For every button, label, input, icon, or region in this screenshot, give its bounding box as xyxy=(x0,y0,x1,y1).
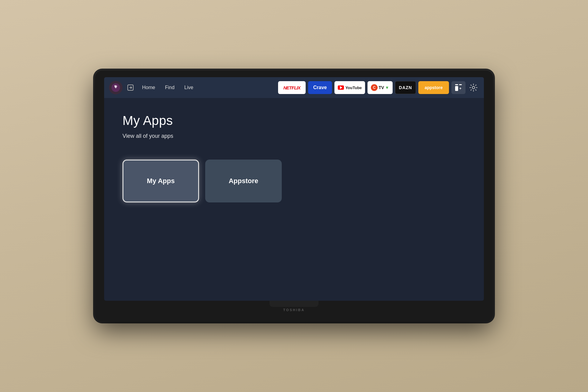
settings-button[interactable] xyxy=(468,82,479,93)
netflix-app-icon[interactable]: NETFLIX xyxy=(278,81,306,94)
nav-live[interactable]: Live xyxy=(181,83,197,92)
svg-point-3 xyxy=(472,86,475,89)
dazn-label: DAZN xyxy=(399,85,412,90)
ctv-chevron-icon: ▼ xyxy=(385,85,389,90)
svg-point-1 xyxy=(115,86,116,88)
appstore-button[interactable]: Appstore xyxy=(205,160,282,202)
appstore-nav-label: appstore xyxy=(424,85,443,90)
tv-bottom: TOSHIBA xyxy=(270,301,318,315)
tv-screen: Home Find Live NETFLIX Crave YouTube xyxy=(104,77,484,301)
logo-icon xyxy=(111,83,120,92)
crave-label: Crave xyxy=(313,85,327,90)
nav-bar: Home Find Live NETFLIX Crave YouTube xyxy=(104,77,484,98)
my-apps-button[interactable]: My Apps xyxy=(123,160,199,202)
signin-icon[interactable] xyxy=(125,82,136,93)
page-title: My Apps xyxy=(123,113,466,128)
appstore-nav-icon[interactable]: appstore xyxy=(418,81,449,94)
tv-brand-label: TOSHIBA xyxy=(283,308,305,312)
ctv-app-icon[interactable]: C TV ▼ xyxy=(368,81,393,94)
gear-icon xyxy=(469,84,477,92)
apps-grid-button[interactable]: + xyxy=(451,81,466,94)
main-content: My Apps View all of your apps My Apps Ap… xyxy=(104,98,484,301)
tv-frame: Home Find Live NETFLIX Crave YouTube xyxy=(95,70,493,322)
youtube-app-icon[interactable]: YouTube xyxy=(334,81,365,94)
nav-home[interactable]: Home xyxy=(138,83,159,92)
page-subtitle: View all of your apps xyxy=(123,133,466,139)
ctv-label: TV xyxy=(379,85,384,90)
ctv-circle-icon: C xyxy=(371,84,378,91)
app-buttons-row: My Apps Appstore xyxy=(123,160,466,202)
dazn-app-icon[interactable]: DAZN xyxy=(395,81,416,94)
grid-icon: + xyxy=(455,84,462,91)
tv-stand xyxy=(270,301,318,307)
crave-app-icon[interactable]: Crave xyxy=(308,81,332,94)
netflix-label: NETFLIX xyxy=(283,85,300,90)
app-logo[interactable] xyxy=(109,81,123,94)
youtube-play-icon xyxy=(338,85,344,90)
youtube-label: YouTube xyxy=(345,85,362,90)
nav-find[interactable]: Find xyxy=(161,83,178,92)
